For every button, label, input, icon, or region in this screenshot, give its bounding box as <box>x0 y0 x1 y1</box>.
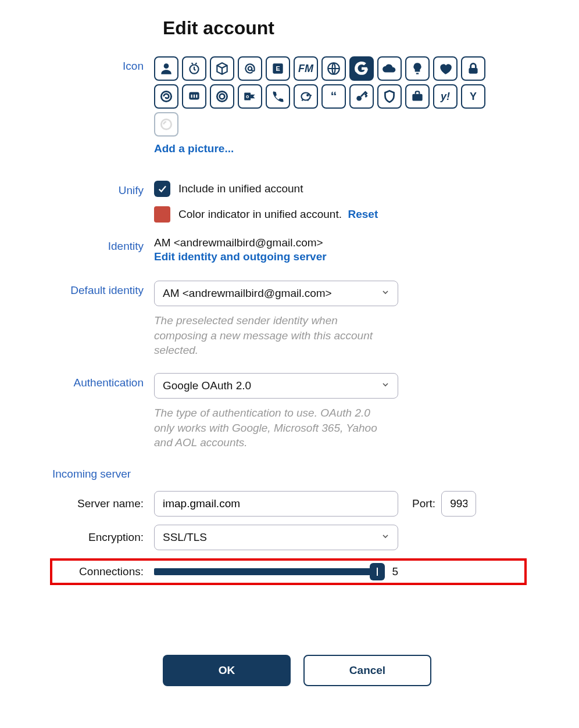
svg-text:o: o <box>246 94 249 99</box>
icon-grid: E FM o “ y! Y <box>154 56 491 137</box>
svg-text:E: E <box>276 65 280 72</box>
port-input[interactable] <box>441 491 476 517</box>
cube-icon[interactable] <box>210 56 234 81</box>
piggy-icon[interactable] <box>294 84 318 109</box>
page-title: Edit account <box>163 17 527 39</box>
outlook-icon[interactable]: o <box>238 84 262 109</box>
svg-point-7 <box>161 91 171 101</box>
incoming-server-header: Incoming server <box>52 468 527 480</box>
custom-icon[interactable] <box>154 112 178 137</box>
swirl-icon[interactable] <box>154 84 178 109</box>
bulb-icon[interactable] <box>405 56 430 81</box>
connections-slider[interactable] <box>154 568 385 575</box>
reset-color-link[interactable]: Reset <box>348 208 378 221</box>
unify-label: Unify <box>52 181 154 197</box>
identity-value: AM <andrewmailbird@gmail.com> <box>154 236 410 249</box>
svg-point-13 <box>307 95 308 96</box>
authentication-label: Authentication <box>52 373 154 389</box>
svg-rect-15 <box>412 94 422 101</box>
briefcase-icon[interactable] <box>405 84 430 109</box>
svg-point-0 <box>164 63 169 69</box>
default-identity-helper: The preselected sender identity when com… <box>154 313 392 358</box>
slider-thumb[interactable] <box>370 563 385 580</box>
default-identity-select[interactable]: AM <andrewmailbird@gmail.com> <box>154 281 398 306</box>
svg-point-9 <box>217 91 227 101</box>
exchange-icon[interactable]: E <box>266 56 290 81</box>
color-indicator-label: Color indicator in unified account. <box>178 208 342 221</box>
svg-point-16 <box>161 119 171 129</box>
mastodon-icon[interactable] <box>182 84 206 109</box>
cloud-icon[interactable] <box>377 56 402 81</box>
ok-button[interactable]: OK <box>163 655 291 686</box>
lock-icon[interactable] <box>461 56 485 81</box>
globe-icon[interactable] <box>321 56 346 81</box>
authentication-select[interactable]: Google OAuth 2.0 <box>154 373 398 399</box>
identity-label: Identity <box>52 236 154 253</box>
encryption-label: Encryption: <box>52 531 154 544</box>
connections-value: 5 <box>392 565 398 578</box>
connections-highlight: Connections: 5 <box>50 558 527 585</box>
server-name-input[interactable] <box>154 491 398 517</box>
clock-icon[interactable] <box>182 56 206 81</box>
quote-icon[interactable]: “ <box>321 84 346 109</box>
connections-label: Connections: <box>52 565 154 578</box>
svg-point-10 <box>220 94 225 99</box>
svg-point-14 <box>356 96 362 101</box>
svg-rect-6 <box>469 68 477 74</box>
edit-identity-link[interactable]: Edit identity and outgoing server <box>154 250 410 263</box>
color-indicator-swatch[interactable] <box>154 206 170 223</box>
include-unified-label: Include in unified account <box>178 182 303 195</box>
shield-icon[interactable] <box>377 84 402 109</box>
add-picture-link[interactable]: Add a picture... <box>154 142 234 155</box>
authentication-helper: The type of authentication to use. OAuth… <box>154 406 392 450</box>
y-icon[interactable]: Y <box>461 84 485 109</box>
default-identity-label: Default identity <box>52 281 154 297</box>
google-icon[interactable] <box>349 56 374 81</box>
encryption-select[interactable]: SSL/TLS <box>154 525 398 550</box>
port-label: Port: <box>412 497 435 510</box>
at-icon[interactable] <box>238 56 262 81</box>
include-unified-checkbox[interactable] <box>154 181 170 197</box>
circle-o-icon[interactable] <box>210 84 234 109</box>
key-icon[interactable] <box>349 84 374 109</box>
server-name-label: Server name: <box>52 497 154 510</box>
heart-icon[interactable] <box>433 56 458 81</box>
phone-icon[interactable] <box>266 84 290 109</box>
fm-icon[interactable]: FM <box>294 56 318 81</box>
icon-label: Icon <box>52 56 154 73</box>
person-icon[interactable] <box>154 56 178 81</box>
cancel-button[interactable]: Cancel <box>303 655 431 686</box>
yahoo-icon[interactable]: y! <box>433 84 458 109</box>
